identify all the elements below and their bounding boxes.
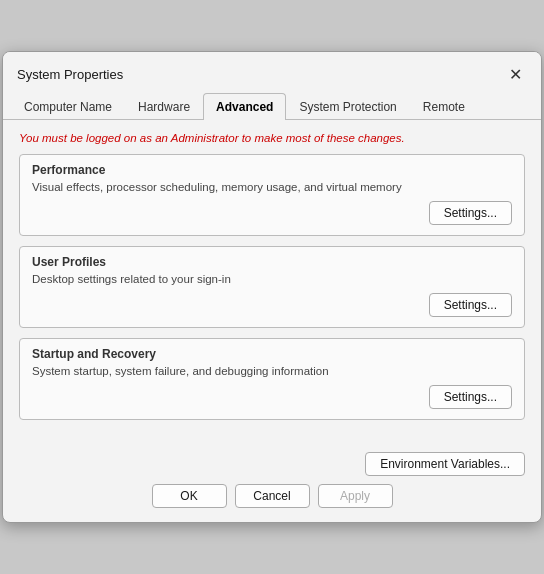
apply-button[interactable]: Apply (318, 484, 393, 508)
footer: Environment Variables... OK Cancel Apply (3, 442, 541, 522)
user-profiles-desc: Desktop settings related to your sign-in (32, 273, 512, 285)
window-title: System Properties (17, 67, 123, 82)
user-profiles-settings-button[interactable]: Settings... (429, 293, 512, 317)
tab-computer-name[interactable]: Computer Name (11, 93, 125, 120)
environment-variables-button[interactable]: Environment Variables... (365, 452, 525, 476)
env-vars-row: Environment Variables... (19, 452, 525, 476)
ok-button[interactable]: OK (152, 484, 227, 508)
user-profiles-section: User Profiles Desktop settings related t… (19, 246, 525, 328)
startup-recovery-label: Startup and Recovery (32, 347, 512, 361)
startup-recovery-section: Startup and Recovery System startup, sys… (19, 338, 525, 420)
startup-recovery-desc: System startup, system failure, and debu… (32, 365, 512, 377)
admin-warning: You must be logged on as an Administrato… (19, 132, 525, 144)
tab-system-protection[interactable]: System Protection (286, 93, 409, 120)
tab-content: You must be logged on as an Administrato… (3, 120, 541, 442)
performance-label: Performance (32, 163, 512, 177)
close-button[interactable]: ✕ (501, 60, 529, 88)
tab-remote[interactable]: Remote (410, 93, 478, 120)
action-buttons-row: OK Cancel Apply (19, 484, 525, 508)
cancel-button[interactable]: Cancel (235, 484, 310, 508)
system-properties-window: System Properties ✕ Computer Name Hardwa… (2, 51, 542, 523)
performance-settings-button[interactable]: Settings... (429, 201, 512, 225)
tab-hardware[interactable]: Hardware (125, 93, 203, 120)
tab-bar: Computer Name Hardware Advanced System P… (3, 92, 541, 120)
performance-section: Performance Visual effects, processor sc… (19, 154, 525, 236)
performance-desc: Visual effects, processor scheduling, me… (32, 181, 512, 193)
user-profiles-label: User Profiles (32, 255, 512, 269)
tab-advanced[interactable]: Advanced (203, 93, 286, 120)
startup-recovery-settings-button[interactable]: Settings... (429, 385, 512, 409)
title-bar: System Properties ✕ (3, 52, 541, 92)
